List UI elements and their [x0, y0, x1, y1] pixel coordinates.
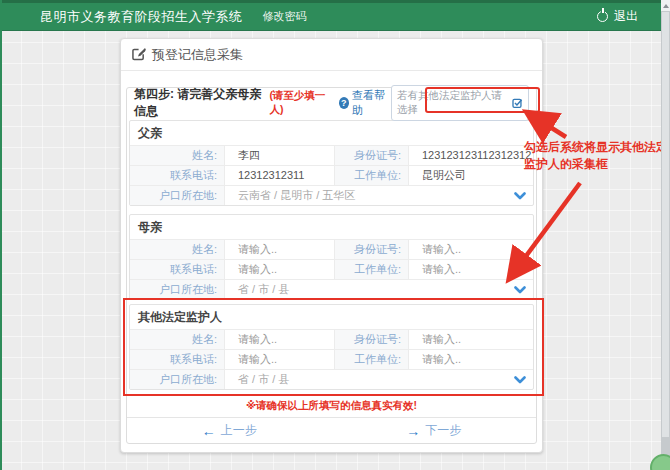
other-guardian-panel: 其他法定监护人 姓名: 请输入.. 身份证号: 请输入.. 联系电话: 请输入.…: [129, 304, 534, 390]
mother-residence-dropdown[interactable]: [507, 279, 533, 299]
checkbox-check-icon: [512, 97, 523, 109]
father-name-field[interactable]: 李四: [225, 145, 334, 165]
help-label: 查看帮助: [352, 88, 391, 118]
guardian-name-field[interactable]: 请输入..: [225, 329, 334, 349]
step-title: 第四步: 请完善父亲母亲信息: [134, 86, 268, 120]
residence-label: 户口所在地:: [130, 185, 225, 205]
guardian-residence-select[interactable]: 省 / 市 / 县: [225, 369, 507, 389]
other-guardian-toggle-label: 若有其他法定监护人请选择: [397, 89, 508, 117]
guardian-residence-dropdown[interactable]: [507, 369, 533, 389]
name-label: 姓名:: [130, 329, 225, 349]
name-label: 姓名:: [130, 145, 225, 165]
change-password-link[interactable]: 修改密码: [263, 9, 307, 24]
card-header: 预登记信息采集: [121, 39, 542, 71]
form-box: 第四步: 请完善父亲母亲信息 (请至少填一人) ? 查看帮助 若有其他法定监护人…: [126, 87, 537, 444]
father-phone-field[interactable]: 12312312311: [225, 165, 334, 185]
logout-label: 退出: [614, 8, 638, 25]
phone-label: 联系电话:: [130, 259, 225, 279]
employer-label: 工作单位:: [334, 165, 409, 185]
chevron-down-icon: [514, 192, 526, 200]
guardian-row-1: 姓名: 请输入.. 身份证号: 请输入..: [130, 329, 533, 349]
residence-label: 户口所在地:: [130, 369, 225, 389]
arrow-left-icon: ←: [202, 423, 216, 439]
mother-name-field[interactable]: 请输入..: [225, 239, 334, 259]
father-row-1: 姓名: 李四 身份证号: 123123123112312312: [130, 145, 533, 165]
floating-action-button[interactable]: [650, 454, 670, 470]
app-title: 昆明市义务教育阶段招生入学系统: [40, 8, 243, 26]
employer-label: 工作单位:: [334, 259, 409, 279]
main-card: 预登记信息采集 第四步: 请完善父亲母亲信息 (请至少填一人) ? 查看帮助 若…: [120, 38, 543, 453]
guardian-id-number-field[interactable]: 请输入..: [409, 329, 533, 349]
arrow-right-icon: →: [406, 423, 420, 439]
logout-button[interactable]: 退出: [597, 8, 638, 25]
prev-step-label: 上一步: [221, 422, 257, 439]
other-guardian-panel-title: 其他法定监护人: [130, 305, 533, 329]
mother-panel: 母亲 姓名: 请输入.. 身份证号: 请输入.. 联系电话: 请输入.. 工作单…: [129, 214, 534, 300]
annotation-note: 勾选后系统将显示其他法定监护人的采集框: [524, 139, 670, 172]
scrollbar-thumb[interactable]: [662, 12, 669, 437]
edit-icon: [131, 47, 146, 62]
scrollbar-up-button[interactable]: [661, 0, 670, 11]
help-link[interactable]: ? 查看帮助: [339, 88, 391, 118]
top-bar: 昆明市义务教育阶段招生入学系统 修改密码 退出: [2, 0, 670, 31]
nav-button-row: ← 上一步 → 下一步: [127, 417, 536, 443]
id-number-label: 身份证号:: [334, 239, 409, 259]
mother-employer-field[interactable]: 请输入..: [409, 259, 533, 279]
father-employer-field[interactable]: 昆明公司: [409, 165, 533, 185]
name-label: 姓名:: [130, 239, 225, 259]
phone-label: 联系电话:: [130, 349, 225, 369]
mother-panel-title: 母亲: [130, 215, 533, 239]
employer-label: 工作单位:: [334, 349, 409, 369]
guardian-phone-field[interactable]: 请输入..: [225, 349, 334, 369]
father-row-residence: 户口所在地: 云南省 / 昆明市 / 五华区: [130, 185, 533, 205]
mother-residence-select[interactable]: 省 / 市 / 县: [225, 279, 507, 299]
father-panel: 父亲 姓名: 李四 身份证号: 123123123112312312 联系电话:…: [129, 120, 534, 206]
question-icon: ?: [339, 97, 350, 109]
chevron-down-icon: [514, 376, 526, 384]
triangle-up-icon: [663, 4, 669, 8]
guardian-employer-field[interactable]: 请输入..: [409, 349, 533, 369]
father-row-2: 联系电话: 12312312311 工作单位: 昆明公司: [130, 165, 533, 185]
phone-label: 联系电话:: [130, 165, 225, 185]
mother-phone-field[interactable]: 请输入..: [225, 259, 334, 279]
page-title: 预登记信息采集: [152, 46, 243, 64]
step-row: 第四步: 请完善父亲母亲信息 (请至少填一人) ? 查看帮助 若有其他法定监护人…: [127, 88, 536, 118]
guardian-row-residence: 户口所在地: 省 / 市 / 县: [130, 369, 533, 389]
father-residence-dropdown[interactable]: [507, 185, 533, 205]
enrollment-page: { "header": { "title": "昆明市义务教育阶段招生入学系统"…: [0, 0, 670, 470]
mother-row-1: 姓名: 请输入.. 身份证号: 请输入..: [130, 239, 533, 259]
residence-label: 户口所在地:: [130, 279, 225, 299]
power-icon: [597, 11, 608, 22]
prev-step-button[interactable]: ← 上一步: [202, 422, 257, 439]
mother-id-number-field[interactable]: 请输入..: [409, 239, 533, 259]
id-number-label: 身份证号:: [334, 145, 409, 165]
step-hint: (请至少填一人): [269, 89, 331, 117]
next-step-button[interactable]: → 下一步: [406, 422, 461, 439]
vertical-scrollbar[interactable]: [661, 0, 670, 470]
mother-row-2: 联系电话: 请输入.. 工作单位: 请输入..: [130, 259, 533, 279]
other-guardian-toggle-button[interactable]: 若有其他法定监护人请选择: [391, 85, 529, 121]
mother-row-residence: 户口所在地: 省 / 市 / 县: [130, 279, 533, 299]
father-panel-title: 父亲: [130, 121, 533, 145]
chevron-down-icon: [514, 286, 526, 294]
validity-notice: ※请确保以上所填写的信息真实有效!: [127, 399, 536, 412]
father-id-number-field[interactable]: 123123123112312312: [409, 145, 533, 165]
id-number-label: 身份证号:: [334, 329, 409, 349]
guardian-row-2: 联系电话: 请输入.. 工作单位: 请输入..: [130, 349, 533, 369]
next-step-label: 下一步: [425, 422, 461, 439]
father-residence-select[interactable]: 云南省 / 昆明市 / 五华区: [225, 185, 507, 205]
